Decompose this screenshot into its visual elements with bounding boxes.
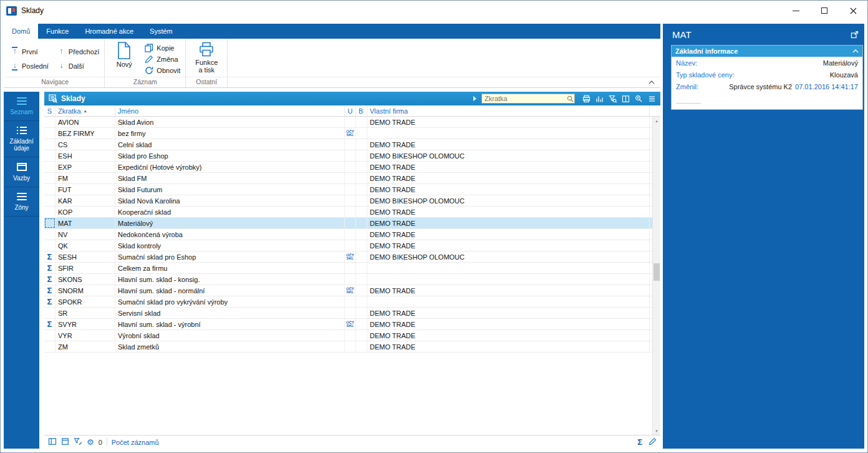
panel-toggle-icon[interactable] <box>48 437 57 448</box>
arrow-up-to-bar-icon: ↑ <box>11 47 19 56</box>
row-name: Sumační sklad pro Eshop <box>115 251 345 262</box>
table-row[interactable]: CSCelní skladDEMO TRADE <box>44 139 660 150</box>
table-row[interactable]: ΣSKONSHlavní sum. sklad - konsig. <box>44 274 660 285</box>
form-view-icon[interactable] <box>61 437 69 448</box>
table-row[interactable]: ΣSNORMHlavní sum. sklad - normálníÚČTSKL… <box>44 285 660 296</box>
tab-domu[interactable]: Domů <box>4 24 38 39</box>
ribbon-collapse-icon[interactable] <box>649 80 655 84</box>
last-button[interactable]: ↓ Poslední <box>11 59 49 72</box>
row-b-cell <box>356 218 367 228</box>
row-accounting-cell <box>345 139 356 150</box>
collapse-arrow-icon[interactable] <box>473 95 478 102</box>
vertical-scrollbar[interactable]: ▲ ▼ <box>652 117 660 435</box>
table-row[interactable]: EXPExpediční (Hotové výrobky)DEMO TRADE <box>44 162 660 173</box>
table-row[interactable]: ΣSPOKRSumační sklad pro vykrývání výroby <box>44 296 660 308</box>
scroll-down-icon[interactable]: ▼ <box>653 427 660 435</box>
table-row[interactable]: VYRVýrobní skladDEMO TRADE <box>44 330 660 341</box>
row-code: VYR <box>55 330 115 341</box>
row-name: Sklad pro Eshop <box>115 150 345 161</box>
field-value-datetime: 07.01.2016 14:41:17 <box>795 83 858 90</box>
row-name: Materiálový <box>115 218 345 228</box>
table-row[interactable]: ESHSklad pro EshopDEMO BIKESHOP OLOMOUC <box>44 150 660 162</box>
tab-hromadne-akce[interactable]: Hromadné akce <box>77 24 142 39</box>
row-sum-cell <box>44 184 55 195</box>
table-row[interactable]: KOPKooperační skladDEMO TRADE <box>44 207 660 218</box>
table-row[interactable]: SRServisní skladDEMO TRADE <box>44 308 660 319</box>
basic-info-header[interactable]: Základní informace <box>672 46 862 57</box>
sidebar-item-zakladni-udaje[interactable]: Základní údaje <box>4 121 39 157</box>
row-name: Sklad Nová Karolina <box>115 195 345 206</box>
filter-edit-icon[interactable] <box>74 437 82 448</box>
close-button[interactable] <box>839 1 867 21</box>
table-row[interactable]: NVNedokončená výrobaDEMO TRADE <box>44 229 660 240</box>
gear-count: 0 <box>99 439 102 446</box>
columns-icon[interactable] <box>622 95 630 103</box>
open-in-window-button[interactable] <box>851 31 859 39</box>
gear-icon[interactable]: ⚙ <box>87 438 94 446</box>
ribbon-filler <box>228 39 660 87</box>
edit-icon[interactable] <box>649 437 657 448</box>
minimize-icon <box>793 11 799 11</box>
tab-funkce[interactable]: Funkce <box>38 24 77 39</box>
filter-search-icon[interactable] <box>609 95 617 103</box>
table-row[interactable]: ΣSVYRHlavní sum. sklad - výrobníÚČTSKLDE… <box>44 319 660 330</box>
tab-system[interactable]: Systém <box>142 24 181 39</box>
row-sum-cell: Σ <box>44 263 55 273</box>
column-header-s[interactable]: S <box>44 105 55 116</box>
detail-panel: MAT Základní informace Název: Materiálov… <box>663 24 864 449</box>
print-icon[interactable] <box>582 95 591 103</box>
row-company <box>367 263 650 273</box>
sum-icon[interactable]: Σ <box>637 438 642 446</box>
column-header-jmeno[interactable]: Jméno <box>115 105 345 116</box>
open-in-window-icon <box>851 31 859 39</box>
table-row[interactable]: ΣSESHSumační sklad pro EshopÚČTSKLDEMO B… <box>44 251 660 263</box>
first-button[interactable]: ↑ První <box>11 45 49 58</box>
column-header-vlastni-firma[interactable]: Vlastní firma <box>367 105 650 116</box>
zoom-in-icon[interactable] <box>635 95 643 103</box>
search-box <box>481 94 575 104</box>
list-icon <box>17 127 27 134</box>
table-row[interactable]: ZMSklad zmetkůDEMO TRADE <box>44 341 660 353</box>
column-header-u[interactable]: U <box>345 105 356 116</box>
column-header-zkratka[interactable]: Zkratka▲ <box>55 105 115 116</box>
table-row[interactable]: FUTSklad FuturumDEMO TRADE <box>44 184 660 195</box>
menu-icon[interactable] <box>648 95 656 103</box>
table-row[interactable]: MATMateriálovýDEMO TRADE <box>44 218 660 229</box>
table-row[interactable]: BEZ FIRMYbez firmyÚČTSKL <box>44 128 660 139</box>
table-row[interactable]: FMSklad FMDEMO TRADE <box>44 173 660 184</box>
scrollbar-thumb[interactable] <box>653 263 660 281</box>
next-button[interactable]: ↓ Další <box>57 59 100 72</box>
table-row[interactable]: ΣSFIRCelkem za firmu <box>44 263 660 274</box>
row-b-cell <box>356 173 367 183</box>
minimize-button[interactable] <box>781 1 810 21</box>
search-icon <box>567 95 574 102</box>
copy-label: Kopie <box>157 44 174 52</box>
copy-button[interactable]: Kopie <box>145 44 180 52</box>
table-row[interactable]: KARSklad Nová KarolinaDEMO BIKESHOP OLOM… <box>44 195 660 207</box>
refresh-button[interactable]: Obnovit <box>145 66 180 75</box>
sidebar-label-zony: Zóny <box>14 204 28 211</box>
functions-print-button[interactable]: Funkce a tisk <box>191 41 222 74</box>
row-b-cell <box>356 229 367 240</box>
previous-button[interactable]: ↑ Předchozí <box>57 45 100 58</box>
sigma-icon: Σ <box>47 286 52 295</box>
row-name: Sklad Avion <box>115 117 345 127</box>
row-sum-cell <box>44 330 55 341</box>
field-value: Klouzavá <box>830 71 858 79</box>
row-company: DEMO TRADE <box>367 184 650 195</box>
column-header-b[interactable]: B <box>356 105 367 116</box>
row-b-cell <box>356 207 367 217</box>
sidebar-label-zakladni-udaje: Základní údaje <box>5 138 38 152</box>
table-row[interactable]: QKSklad kontrolyDEMO TRADE <box>44 240 660 251</box>
scroll-up-icon[interactable]: ▲ <box>653 117 660 125</box>
chart-icon[interactable] <box>596 95 604 103</box>
sidebar-item-zony[interactable]: Zóny <box>4 187 39 217</box>
sidebar-item-seznam[interactable]: Seznam <box>4 92 39 121</box>
row-code: AVION <box>55 117 115 127</box>
table-row[interactable]: AVIONSklad AvionDEMO TRADE <box>44 117 660 128</box>
maximize-button[interactable] <box>810 1 839 21</box>
uct-skl-badge: ÚČTSKL <box>346 321 354 328</box>
sidebar-item-vazby[interactable]: Vazby <box>4 157 39 187</box>
change-button[interactable]: Změna <box>145 55 180 64</box>
new-record-button[interactable]: Nový <box>110 41 138 68</box>
